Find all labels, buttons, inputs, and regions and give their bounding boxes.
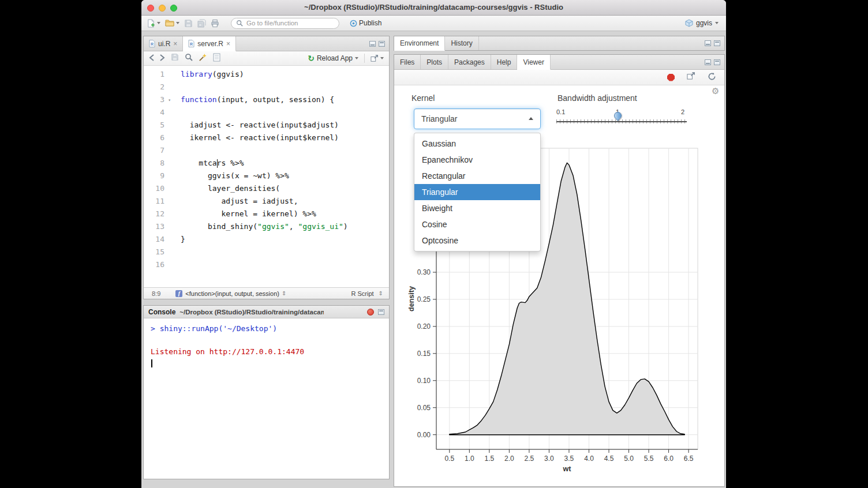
- tab-packages[interactable]: Packages: [448, 55, 491, 69]
- zoom-window-button[interactable]: [170, 5, 177, 12]
- search-icon: [236, 20, 243, 27]
- kernel-option-rectangular[interactable]: Rectangular: [414, 168, 540, 184]
- refresh-button[interactable]: [708, 72, 716, 83]
- kernel-option-gaussian[interactable]: Gaussian: [414, 136, 540, 152]
- code-line[interactable]: 6 ikernel <- reactive(input$kernel): [144, 132, 389, 144]
- slider-track[interactable]: [556, 121, 687, 122]
- kernel-option-optcosine[interactable]: Optcosine: [414, 232, 540, 249]
- tab-history[interactable]: History: [445, 36, 478, 50]
- kernel-option-triangular[interactable]: Triangular: [414, 184, 540, 200]
- code-line[interactable]: 11 adjust = iadjust,: [144, 195, 389, 208]
- reload-icon: ↻: [308, 54, 315, 62]
- console-stop-icon[interactable]: [367, 309, 374, 316]
- open-in-new-window-button[interactable]: [687, 72, 695, 82]
- titlebar[interactable]: ~/Dropbox (RStudio)/RStudio/training/dat…: [141, 0, 726, 16]
- code-line[interactable]: 7: [144, 144, 389, 157]
- maximize-pane-button[interactable]: [714, 59, 720, 65]
- tab-environment[interactable]: Environment: [394, 36, 445, 51]
- tab-files[interactable]: Files: [394, 55, 421, 69]
- code-line[interactable]: 1library(ggvis): [144, 68, 389, 81]
- maximize-pane-button[interactable]: [714, 40, 720, 46]
- print-icon: [211, 19, 219, 28]
- publish-button[interactable]: Publish: [350, 19, 381, 27]
- code-line[interactable]: 16: [144, 258, 389, 271]
- editor-tabbar: R ui.R × R server.R ×: [144, 36, 389, 51]
- line-number: 3▾: [144, 93, 171, 106]
- kernel-option-cosine[interactable]: Cosine: [414, 216, 540, 232]
- line-number: 4: [144, 106, 171, 119]
- environment-pane: EnvironmentHistory: [394, 36, 725, 51]
- code-line[interactable]: 5 iadjust <- reactive(input$adjust): [144, 119, 389, 132]
- code-editor[interactable]: 1library(ggvis)23▾function(input, output…: [144, 66, 389, 287]
- tab-server-r[interactable]: R server.R ×: [183, 36, 236, 51]
- close-window-button[interactable]: [147, 5, 154, 12]
- close-tab-icon[interactable]: ×: [226, 40, 230, 47]
- viewer-toolbar: [394, 70, 724, 85]
- code-line[interactable]: 15: [144, 246, 389, 258]
- svg-text:4.0: 4.0: [584, 455, 594, 463]
- viewer-stop-icon[interactable]: [667, 74, 675, 81]
- tab-ui-r[interactable]: R ui.R ×: [144, 36, 183, 51]
- kernel-select[interactable]: Triangular: [414, 108, 541, 129]
- code-line[interactable]: 3▾function(input, output, session) {: [144, 93, 389, 106]
- gear-icon[interactable]: ⚙: [712, 87, 719, 95]
- svg-text:1.0: 1.0: [465, 455, 474, 463]
- open-file-button[interactable]: [165, 19, 179, 27]
- minimize-pane-button[interactable]: [369, 41, 376, 47]
- code-line[interactable]: 8 mtcars %>%: [144, 157, 389, 170]
- viewer-tabs: FilesPlotsPackagesHelpViewer: [394, 55, 551, 69]
- code-line[interactable]: 14}: [144, 233, 389, 246]
- project-menu-button[interactable]: ggvis: [685, 19, 721, 27]
- new-file-button[interactable]: [147, 19, 160, 28]
- fold-arrow-icon[interactable]: ▾: [168, 94, 171, 107]
- refresh-icon: [708, 72, 716, 81]
- print-button[interactable]: [211, 19, 219, 28]
- minimize-pane-button[interactable]: [705, 59, 711, 65]
- svg-text:0.10: 0.10: [417, 377, 431, 385]
- svg-text:0.5: 0.5: [444, 455, 454, 463]
- code-line[interactable]: 12 kernel = ikernel) %>%: [144, 208, 389, 220]
- save-all-button[interactable]: [197, 19, 206, 28]
- minimize-window-button[interactable]: [159, 5, 166, 12]
- console-output[interactable]: > shiny::runApp('~/Desktop') Listening o…: [144, 318, 389, 479]
- compile-report-button[interactable]: [213, 53, 220, 64]
- bandwidth-slider[interactable]: 0.1 1 2: [556, 108, 687, 128]
- svg-text:0.20: 0.20: [417, 322, 431, 331]
- save-button[interactable]: [184, 19, 193, 28]
- console-header[interactable]: Console ~/Dropbox (RStudio)/RStudio/trai…: [144, 306, 389, 318]
- function-context-selector[interactable]: <function>(input, output, session): [185, 290, 279, 297]
- code-line[interactable]: 4: [144, 106, 389, 119]
- env-tabs: EnvironmentHistory: [394, 36, 479, 50]
- code-line[interactable]: 9 ggvis(x = ~wt) %>%: [144, 170, 389, 182]
- kernel-option-epanechnikov[interactable]: Epanechnikov: [414, 152, 540, 168]
- back-button[interactable]: [149, 53, 154, 63]
- code-line[interactable]: 10 layer_densities(: [144, 182, 389, 195]
- svg-text:2.0: 2.0: [504, 455, 514, 463]
- save-icon: [184, 19, 193, 28]
- close-tab-icon[interactable]: ×: [173, 40, 177, 47]
- minimize-pane-button[interactable]: [705, 40, 711, 46]
- kernel-option-biweight[interactable]: Biweight: [414, 200, 540, 216]
- source-menu-button[interactable]: [371, 55, 384, 62]
- tab-help[interactable]: Help: [491, 55, 518, 69]
- code-text: [171, 258, 181, 271]
- goto-file-input[interactable]: Go to file/function: [231, 18, 339, 29]
- code-text: [171, 246, 181, 258]
- open-folder-icon: [165, 19, 174, 27]
- console-working-directory: ~/Dropbox (RStudio)/RStudio/training/dat…: [179, 309, 324, 316]
- code-line[interactable]: 13 bind_shiny("ggvis", "ggvis_ui"): [144, 220, 389, 233]
- code-line[interactable]: 2: [144, 81, 389, 93]
- code-tools-button[interactable]: [199, 53, 207, 64]
- file-type-selector[interactable]: R Script: [351, 290, 376, 297]
- find-replace-button[interactable]: [185, 53, 193, 63]
- maximize-pane-button[interactable]: [379, 41, 385, 47]
- tab-viewer[interactable]: Viewer: [517, 55, 550, 70]
- maximize-pane-button[interactable]: [378, 309, 384, 315]
- forward-button[interactable]: [160, 53, 165, 63]
- project-cube-icon: [685, 19, 693, 27]
- reload-app-button[interactable]: ↻ Reload App: [308, 54, 358, 62]
- save-button[interactable]: [171, 53, 179, 63]
- line-number: 13: [144, 220, 171, 233]
- tab-plots[interactable]: Plots: [421, 55, 448, 69]
- line-number: 1: [144, 68, 171, 81]
